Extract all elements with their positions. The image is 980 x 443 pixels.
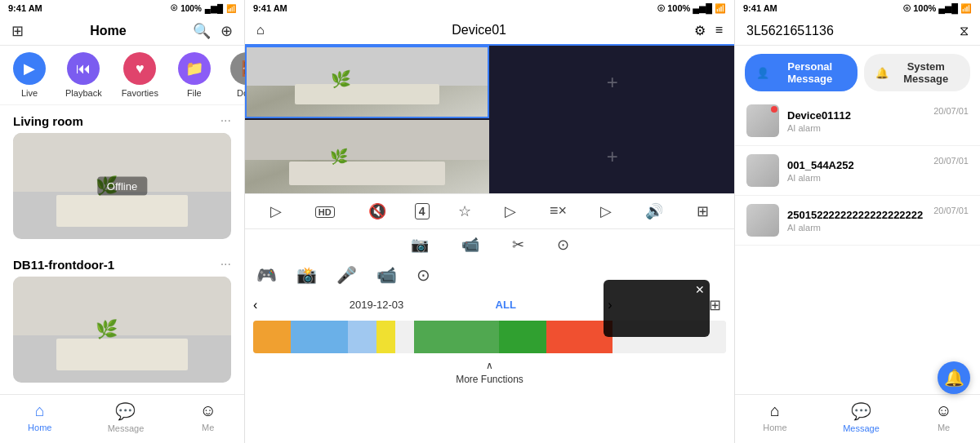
hd-btn[interactable]: HD <box>310 199 340 223</box>
timeline-seg-4 <box>414 321 499 353</box>
me-tab-label: Me <box>202 423 214 432</box>
record-btn[interactable]: ▷ <box>500 199 521 224</box>
msg-content-0: Device01112 AI alarm <box>787 109 925 133</box>
quick-action-favorites[interactable]: ♥ Favorties <box>122 52 158 98</box>
device-home-icon[interactable]: ⌂ <box>256 23 265 38</box>
msg-date-0: 20/07/01 <box>933 106 969 116</box>
frontdoor-thumb[interactable]: 🌿 <box>13 277 231 383</box>
device-status-icons: ⦾ 100% ▄▆█ 📶 <box>657 3 726 14</box>
msg-tab-me[interactable]: ☺ Me <box>935 401 951 433</box>
circle-btn[interactable]: ⊙ <box>416 265 430 285</box>
quick-action-file[interactable]: 📁 File <box>178 52 211 98</box>
video-rec-btn[interactable]: 📹 <box>457 233 484 257</box>
message-list: Device01112 AI alarm 20/07/01 001_544A25… <box>735 96 980 394</box>
msg-sub-2: AI alarm <box>787 223 925 233</box>
msg-sub-0: AI alarm <box>787 123 925 133</box>
play-btn[interactable]: ▷ <box>265 199 287 224</box>
live-label: Live <box>21 88 38 98</box>
msg-item-2[interactable]: 25015222222222222222222 AI alarm 20/07/0… <box>735 196 980 246</box>
msg-name-0: Device01112 <box>787 109 925 122</box>
msg-content-1: 001_544A252 AI alarm <box>787 159 925 183</box>
grid-icon[interactable]: ⊞ <box>11 22 24 40</box>
scene-table <box>56 195 187 227</box>
add-camera-1-icon: + <box>607 71 618 94</box>
camera-cell-3[interactable]: + <box>491 120 735 193</box>
snapshot-btn[interactable]: 📷 <box>406 233 434 257</box>
msg-avatar-2 <box>746 204 779 237</box>
file-label: File <box>187 88 202 98</box>
system-tab-label: System Message <box>893 60 960 85</box>
panel-home: 9:41 AM ⦾ 100% ▄▆█ 📶 ⊞ Home 🔍 ⊕ ▶ Live ⏮… <box>0 0 245 443</box>
timeline-seg-0 <box>253 321 291 353</box>
tab-home[interactable]: ⌂ Home <box>28 401 51 433</box>
mute-btn[interactable]: 🔇 <box>363 199 391 224</box>
living-room-thumb[interactable]: 🌿 Offline <box>13 133 231 239</box>
settings2-btn[interactable]: ⊙ <box>552 233 574 257</box>
quick-actions-bar: ▶ Live ⏮ Playback ♥ Favorties 📁 File 🚪 D… <box>0 46 244 105</box>
more-functions-area: ∧ More Functions <box>253 360 726 385</box>
bluetooth-icon: ⦾ <box>171 3 177 13</box>
bell-icon: 🔔 <box>944 368 964 388</box>
device-nav-actions: ⚙ ≡ <box>694 23 723 38</box>
msg-name-2: 25015222222222222222222 <box>787 209 925 221</box>
msg-title: 3L5621651136 <box>746 24 834 38</box>
system-message-tab[interactable]: 🔔 System Message <box>864 54 971 91</box>
device-status-time: 9:41 AM <box>253 3 287 13</box>
personal-message-tab[interactable]: 👤 Personal Message <box>745 54 858 91</box>
vol-btn[interactable]: 🔊 <box>640 199 668 224</box>
message-tab-icon: 💬 <box>115 401 136 421</box>
device-nav-bar: ⌂ Device01 ⚙ ≡ <box>245 16 734 46</box>
msg-item-0[interactable]: Device01112 AI alarm 20/07/01 <box>735 96 980 146</box>
quad-btn[interactable]: 4 <box>415 203 430 219</box>
tab-message[interactable]: 💬 Message <box>108 401 145 433</box>
more-functions-btn[interactable]: ∧ More Functions <box>253 360 726 385</box>
camera-cell-0[interactable]: 🌿 <box>245 46 489 118</box>
msg-tab-message[interactable]: 💬 Message <box>843 401 880 433</box>
home-nav-bar: ⊞ Home 🔍 ⊕ <box>0 16 244 46</box>
quick-action-playback[interactable]: ⏮ Playback <box>65 52 102 98</box>
gamepad-btn[interactable]: 🎮 <box>256 265 277 285</box>
mic-btn[interactable]: 🎤 <box>336 265 357 285</box>
device-signal-icon: ▄▆█ <box>693 3 712 13</box>
float-notification-btn[interactable]: 🔔 <box>938 361 970 394</box>
chevron-up-icon: ∧ <box>486 360 493 371</box>
timeline-seg-5 <box>499 321 546 353</box>
msg-item-1[interactable]: 001_544A252 AI alarm 20/07/01 <box>735 146 980 196</box>
frontdoor-title: DB11-frontdoor-1 <box>13 258 114 272</box>
home-status-time: 9:41 AM <box>8 3 42 13</box>
msg-date-1: 20/07/01 <box>933 156 969 166</box>
personal-icon: 👤 <box>756 67 769 79</box>
home-status-bar: 9:41 AM ⦾ 100% ▄▆█ 📶 <box>0 0 244 16</box>
device-settings-icon[interactable]: ⚙ <box>694 23 706 38</box>
camera-btn[interactable]: 📸 <box>296 265 317 285</box>
timeline-section: ‹ 2019-12-03 ALL › ⊞ ✕ <box>245 290 734 444</box>
popup-close-icon[interactable]: ✕ <box>695 283 705 296</box>
device-filter-icon[interactable]: ≡ <box>715 23 723 38</box>
list-btn[interactable]: ≡× <box>545 199 572 223</box>
msg-home-tab-label: Home <box>763 423 786 432</box>
search-icon[interactable]: 🔍 <box>193 22 211 40</box>
tab-me[interactable]: ☺ Me <box>199 401 216 433</box>
living-room-title: Living room <box>13 114 83 128</box>
msg-tab-bar: ⌂ Home 💬 Message ☺ Me <box>735 394 980 443</box>
msg-filter-icon[interactable]: ⧖ <box>960 24 969 38</box>
msg-tab-home[interactable]: ⌂ Home <box>763 401 786 433</box>
timeline-prev-icon[interactable]: ‹ <box>253 298 257 312</box>
cut-btn[interactable]: ✂ <box>507 233 529 257</box>
video2-btn[interactable]: 📹 <box>376 265 397 285</box>
frontdoor-more-icon[interactable]: ··· <box>220 257 231 272</box>
quick-action-live[interactable]: ▶ Live <box>13 52 46 98</box>
star-btn[interactable]: ☆ <box>453 199 476 224</box>
living-room-more-icon[interactable]: ··· <box>220 113 231 128</box>
msg-message-tab-label: Message <box>843 423 880 433</box>
camera-cell-2[interactable]: 🌿 <box>245 120 489 193</box>
camera-cell-1[interactable]: + <box>491 46 735 118</box>
device-battery-icon: 100% <box>667 3 690 13</box>
offline-badge: Offline <box>97 177 147 196</box>
skip-btn[interactable]: ▷ <box>595 199 617 224</box>
add-icon[interactable]: ⊕ <box>220 22 233 40</box>
home-tab-label: Home <box>28 423 51 432</box>
layout-btn[interactable]: ⊞ <box>692 199 714 224</box>
add-camera-3-icon: + <box>607 145 618 168</box>
timeline-all-btn[interactable]: ALL <box>496 299 516 311</box>
